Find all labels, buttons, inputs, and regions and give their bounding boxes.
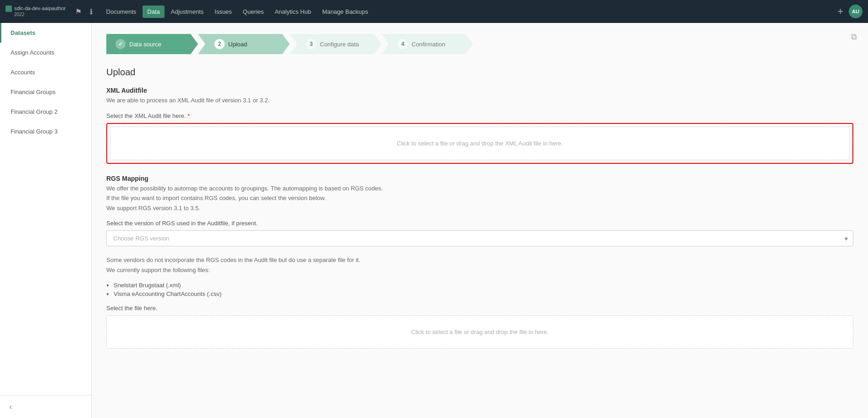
step-4-number: 4 <box>398 39 408 49</box>
rgs-file-select-label: Select the file here. <box>106 305 853 312</box>
nav-analytics-hub[interactable]: Analytics Hub <box>270 6 315 18</box>
step-3-number: 3 <box>306 39 316 49</box>
main-layout: Datasets Assign Accounts Accounts Financ… <box>0 23 868 418</box>
rgs-drop-zone[interactable]: Click to select a file or drag and drop … <box>106 315 853 349</box>
nav-right-controls: + AU <box>837 5 863 18</box>
main-content: ⧉ ✓ Data source 2 Upload 3 Configure dat… <box>92 23 868 418</box>
add-button[interactable]: + <box>837 6 843 17</box>
nav-issues[interactable]: Issues <box>210 6 236 18</box>
copy-icon[interactable]: ⧉ <box>851 32 857 42</box>
sidebar: Datasets Assign Accounts Accounts Financ… <box>0 23 92 418</box>
sidebar-item-assign-accounts[interactable]: Assign Accounts <box>0 43 91 62</box>
xml-drop-zone-container: Click to select a file or drag and drop … <box>106 123 853 164</box>
step-2-number: 2 <box>214 39 225 49</box>
xml-section-title: XML Auditfile <box>106 87 853 94</box>
xml-auditfile-section: XML Auditfile We are able to process an … <box>106 87 853 164</box>
rgs-section-description: We offer the possibility to automap the … <box>106 184 853 213</box>
rgs-select-label: Select the version of RGS used in the Au… <box>106 220 853 227</box>
supported-files-list: Snelstart Brugstaat (.xml) Visma eAccoun… <box>114 282 853 297</box>
nav-queries[interactable]: Queries <box>238 6 269 18</box>
step-3-label: Configure data <box>320 41 359 48</box>
nav-documents[interactable]: Documents <box>102 6 141 18</box>
page-title: Upload <box>106 67 853 78</box>
rgs-section-title: RGS Mapping <box>106 175 853 182</box>
required-marker: * <box>186 112 190 119</box>
brand-name: sdlc-da-dev-aaipauthor <box>14 6 66 11</box>
sidebar-item-accounts[interactable]: Accounts <box>0 62 91 82</box>
brand-icon <box>5 6 12 12</box>
nav-adjustments[interactable]: Adjustments <box>166 6 209 18</box>
rgs-version-select[interactable]: Choose RGS version 3.1 3.2 3.3 3.4 3.5 <box>106 230 853 246</box>
sidebar-item-datasets[interactable]: Datasets <box>0 23 91 43</box>
sidebar-collapse-button[interactable]: ‹ <box>0 395 91 418</box>
nav-data[interactable]: Data <box>143 6 164 18</box>
rgs-mapping-section: RGS Mapping We offer the possibility to … <box>106 175 853 349</box>
step-confirmation[interactable]: 4 Confirmation <box>381 34 473 54</box>
step-4-label: Confirmation <box>412 41 445 48</box>
step-configure-data[interactable]: 3 Configure data <box>290 34 381 54</box>
flag-icon[interactable]: ⚑ <box>73 6 83 18</box>
supported-file-1: Snelstart Brugstaat (.xml) <box>114 282 853 289</box>
xml-drop-zone[interactable]: Click to select a file or drag and drop … <box>110 127 850 160</box>
step-data-source[interactable]: ✓ Data source <box>106 34 198 54</box>
brand-year: 2022 <box>14 12 24 17</box>
step-1-number: ✓ <box>115 39 126 49</box>
top-navigation: sdlc-da-dev-aaipauthor 2022 ⚑ ℹ Document… <box>0 0 868 23</box>
nav-manage-backups[interactable]: Manage Backups <box>318 6 373 18</box>
stepper: ✓ Data source 2 Upload 3 Configure data … <box>106 34 853 54</box>
sidebar-item-financial-group-2[interactable]: Financial Group 2 <box>0 102 91 122</box>
step-1-label: Data source <box>129 41 161 48</box>
vendors-intro: Some vendors do not incorporate the RGS … <box>106 256 853 274</box>
step-upload[interactable]: 2 Upload <box>198 34 290 54</box>
main-nav: Documents Data Adjustments Issues Querie… <box>102 6 830 18</box>
avatar[interactable]: AU <box>849 5 863 18</box>
xml-section-description: We are able to process an XML Audit file… <box>106 96 853 105</box>
step-2-label: Upload <box>228 41 247 48</box>
xml-field-label: Select the XML Audit file here. * <box>106 112 853 119</box>
sidebar-item-financial-groups[interactable]: Financial Groups <box>0 82 91 102</box>
info-icon[interactable]: ℹ <box>88 6 94 18</box>
supported-file-2: Visma eAccounting ChartAccounts (.csv) <box>114 290 853 297</box>
sidebar-item-financial-group-3[interactable]: Financial Group 3 <box>0 122 91 141</box>
nav-icon-group: ⚑ ℹ <box>73 6 94 18</box>
brand-logo[interactable]: sdlc-da-dev-aaipauthor 2022 <box>5 6 66 17</box>
rgs-version-select-wrapper: Choose RGS version 3.1 3.2 3.3 3.4 3.5 <box>106 230 853 246</box>
